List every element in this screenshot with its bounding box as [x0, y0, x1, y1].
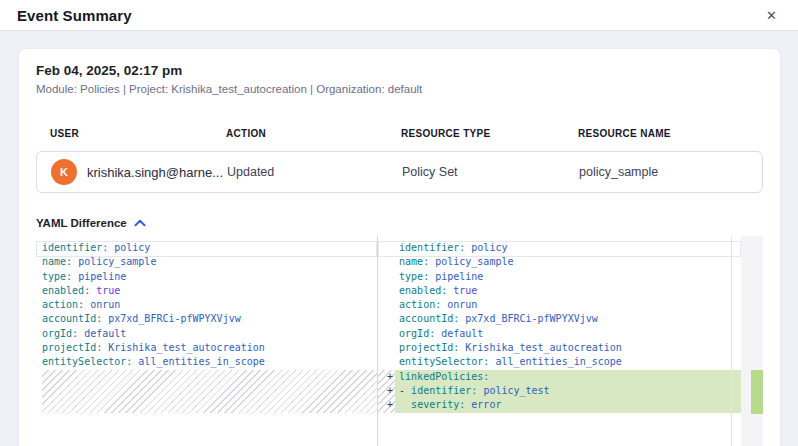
- diff-line: name: policy_sample: [378, 255, 741, 269]
- diff-pane-original[interactable]: identifier: policyname: policy_sampletyp…: [36, 236, 377, 446]
- diff-line: identifier: policy: [378, 241, 741, 255]
- diff-pane-modified[interactable]: identifier: policyname: policy_sampletyp…: [378, 236, 741, 446]
- diff-added-gutter: +: [378, 398, 395, 412]
- event-summary-modal: Event Summary ✕ Feb 04, 2025, 02:17 pm M…: [0, 0, 798, 446]
- diff-added-content: - identifier: policy_test: [395, 384, 741, 398]
- diff-line: type: pipeline: [36, 270, 377, 284]
- page-title: Event Summary: [17, 7, 132, 24]
- diff-added-content: linkedPolicies:: [395, 370, 741, 384]
- yaml-difference-label: YAML Difference: [36, 217, 127, 229]
- diff-line: orgId: default: [378, 327, 741, 341]
- diff-added-line: + severity: error: [378, 398, 741, 412]
- avatar: K: [51, 159, 77, 185]
- diff-line: orgId: default: [36, 327, 377, 341]
- yaml-diff-editor: identifier: policyname: policy_sampletyp…: [36, 236, 763, 446]
- diff-line: accountId: px7xd_BFRCi-pfWPYXVjvw: [378, 312, 741, 326]
- chevron-up-icon: [134, 219, 146, 227]
- event-timestamp: Feb 04, 2025, 02:17 pm: [36, 63, 763, 78]
- resource-type-cell: Policy Set: [402, 165, 579, 179]
- diff-line: entitySelector: all_entities_in_scope: [36, 355, 377, 369]
- diff-added-gutter: +: [378, 384, 395, 398]
- diff-added-line: +- identifier: policy_test: [378, 384, 741, 398]
- yaml-difference-toggle[interactable]: YAML Difference: [36, 217, 146, 229]
- action-cell: Updated: [227, 165, 402, 179]
- diff-plus-marker: +: [387, 384, 393, 398]
- event-card: Feb 04, 2025, 02:17 pm Module: Policies …: [18, 48, 781, 446]
- diff-line: entitySelector: all_entities_in_scope: [378, 355, 741, 369]
- column-resource-name: RESOURCE NAME: [578, 128, 763, 139]
- diff-line: identifier: policy: [36, 241, 377, 255]
- diff-line: enabled: true: [378, 284, 741, 298]
- user-email: krishika.singh@harne...: [87, 165, 223, 180]
- event-meta: Module: Policies | Project: Krishika_tes…: [36, 83, 763, 95]
- modal-header: Event Summary ✕: [0, 0, 798, 31]
- table-header-row: USER ACTION RESOURCE TYPE RESOURCE NAME: [36, 128, 763, 139]
- diff-line: name: policy_sample: [36, 255, 377, 269]
- diff-added-gutter: +: [378, 370, 395, 384]
- diff-overview-ruler[interactable]: [741, 236, 763, 446]
- diff-placeholder-hatch: [42, 370, 377, 413]
- diff-line: action: onrun: [36, 298, 377, 312]
- column-user: USER: [50, 128, 226, 139]
- diff-line: enabled: true: [36, 284, 377, 298]
- diff-line: projectId: Krishika_test_autocreation: [36, 341, 377, 355]
- overview-added-marker: [751, 370, 763, 414]
- table-row: K krishika.singh@harne... Updated Policy…: [36, 151, 763, 193]
- diff-added-content: severity: error: [395, 398, 741, 412]
- resource-name-cell: policy_sample: [579, 165, 762, 179]
- diff-line: accountId: px7xd_BFRCi-pfWPYXVjvw: [36, 312, 377, 326]
- diff-line: type: pipeline: [378, 270, 741, 284]
- column-resource-type: RESOURCE TYPE: [401, 128, 578, 139]
- user-cell: K krishika.singh@harne...: [51, 159, 227, 185]
- close-icon[interactable]: ✕: [762, 7, 781, 24]
- diff-plus-marker: +: [387, 398, 393, 412]
- diff-added-line: +linkedPolicies:: [378, 370, 741, 384]
- column-action: ACTION: [226, 128, 401, 139]
- diff-plus-marker: +: [387, 370, 393, 384]
- diff-line: projectId: Krishika_test_autocreation: [378, 341, 741, 355]
- diff-line: action: onrun: [378, 298, 741, 312]
